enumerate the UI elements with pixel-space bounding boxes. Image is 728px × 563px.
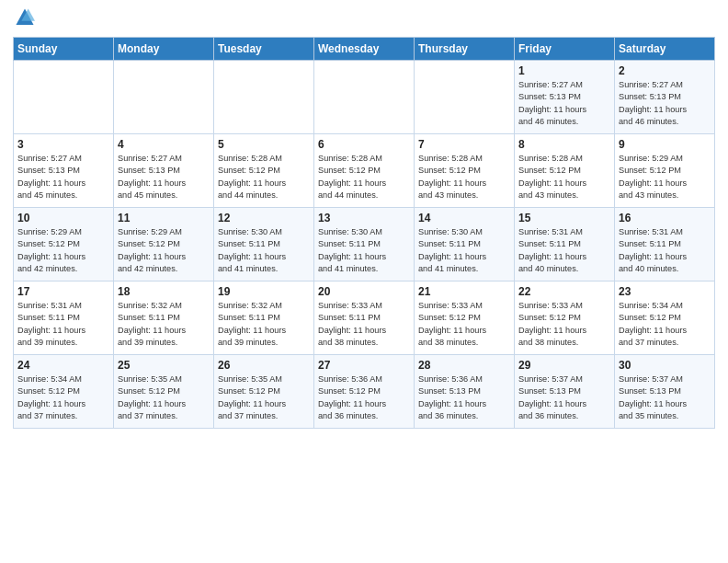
day-number: 5 xyxy=(218,138,310,151)
day-number: 22 xyxy=(518,285,610,298)
day-info: Sunrise: 5:28 AMSunset: 5:12 PMDaylight:… xyxy=(318,153,410,201)
day-info: Sunrise: 5:34 AMSunset: 5:12 PMDaylight:… xyxy=(619,300,711,349)
day-info: Sunrise: 5:27 AMSunset: 5:13 PMDaylight:… xyxy=(619,79,711,128)
day-info: Sunrise: 5:36 AMSunset: 5:12 PMDaylight:… xyxy=(318,373,410,422)
day-number: 13 xyxy=(318,212,410,224)
day-number: 23 xyxy=(619,285,711,298)
day-info: Sunrise: 5:35 AMSunset: 5:12 PMDaylight:… xyxy=(118,373,210,422)
page: SundayMondayTuesdayWednesdayThursdayFrid… xyxy=(0,0,728,438)
calendar-day-header: Friday xyxy=(515,38,615,61)
calendar-cell: 17Sunrise: 5:31 AMSunset: 5:11 PMDayligh… xyxy=(14,282,114,355)
day-number: 30 xyxy=(619,359,711,372)
day-info: Sunrise: 5:27 AMSunset: 5:13 PMDaylight:… xyxy=(17,153,109,201)
day-info: Sunrise: 5:37 AMSunset: 5:13 PMDaylight:… xyxy=(518,373,610,422)
day-info: Sunrise: 5:33 AMSunset: 5:11 PMDaylight:… xyxy=(318,300,410,349)
day-number: 17 xyxy=(17,285,109,298)
calendar-cell: 12Sunrise: 5:30 AMSunset: 5:11 PMDayligh… xyxy=(214,208,314,282)
day-info: Sunrise: 5:29 AMSunset: 5:12 PMDaylight:… xyxy=(619,153,711,201)
day-info: Sunrise: 5:27 AMSunset: 5:13 PMDaylight:… xyxy=(518,79,610,128)
day-number: 3 xyxy=(17,138,109,151)
day-info: Sunrise: 5:37 AMSunset: 5:13 PMDaylight:… xyxy=(619,373,711,422)
calendar-cell: 11Sunrise: 5:29 AMSunset: 5:12 PMDayligh… xyxy=(114,208,214,282)
day-info: Sunrise: 5:30 AMSunset: 5:11 PMDaylight:… xyxy=(418,226,510,275)
day-number: 18 xyxy=(118,285,210,298)
calendar-day-header: Monday xyxy=(114,38,214,61)
day-number: 19 xyxy=(218,285,310,298)
day-number: 29 xyxy=(518,359,610,372)
day-number: 9 xyxy=(619,138,711,151)
day-number: 24 xyxy=(17,359,109,372)
calendar-cell: 14Sunrise: 5:30 AMSunset: 5:11 PMDayligh… xyxy=(415,208,515,282)
day-info: Sunrise: 5:32 AMSunset: 5:11 PMDaylight:… xyxy=(118,300,210,349)
day-info: Sunrise: 5:30 AMSunset: 5:11 PMDaylight:… xyxy=(218,226,310,275)
calendar-week-row: 3Sunrise: 5:27 AMSunset: 5:13 PMDaylight… xyxy=(14,134,715,208)
day-number: 27 xyxy=(318,359,410,372)
day-number: 4 xyxy=(118,138,210,151)
day-number: 8 xyxy=(518,138,610,151)
calendar-week-row: 17Sunrise: 5:31 AMSunset: 5:11 PMDayligh… xyxy=(14,282,715,355)
day-info: Sunrise: 5:33 AMSunset: 5:12 PMDaylight:… xyxy=(518,300,610,349)
day-info: Sunrise: 5:31 AMSunset: 5:11 PMDaylight:… xyxy=(619,226,711,275)
day-number: 26 xyxy=(218,359,310,372)
calendar-cell xyxy=(114,61,214,134)
calendar-cell: 2Sunrise: 5:27 AMSunset: 5:13 PMDaylight… xyxy=(615,61,715,134)
calendar-day-header: Sunday xyxy=(14,38,114,61)
day-number: 21 xyxy=(418,285,510,298)
calendar-cell: 16Sunrise: 5:31 AMSunset: 5:11 PMDayligh… xyxy=(615,208,715,282)
calendar-cell: 13Sunrise: 5:30 AMSunset: 5:11 PMDayligh… xyxy=(314,208,415,282)
day-info: Sunrise: 5:29 AMSunset: 5:12 PMDaylight:… xyxy=(17,226,109,275)
calendar-cell: 22Sunrise: 5:33 AMSunset: 5:12 PMDayligh… xyxy=(515,282,615,355)
calendar-week-row: 24Sunrise: 5:34 AMSunset: 5:12 PMDayligh… xyxy=(14,355,715,429)
day-number: 6 xyxy=(318,138,410,151)
calendar-cell: 18Sunrise: 5:32 AMSunset: 5:11 PMDayligh… xyxy=(114,282,214,355)
day-info: Sunrise: 5:31 AMSunset: 5:11 PMDaylight:… xyxy=(518,226,610,275)
calendar-cell xyxy=(214,61,314,134)
calendar-cell: 30Sunrise: 5:37 AMSunset: 5:13 PMDayligh… xyxy=(615,355,715,429)
logo xyxy=(13,9,35,31)
calendar-cell xyxy=(14,61,114,134)
day-number: 11 xyxy=(118,212,210,224)
calendar-cell: 28Sunrise: 5:36 AMSunset: 5:13 PMDayligh… xyxy=(415,355,515,429)
calendar-cell: 26Sunrise: 5:35 AMSunset: 5:12 PMDayligh… xyxy=(214,355,314,429)
calendar-cell: 24Sunrise: 5:34 AMSunset: 5:12 PMDayligh… xyxy=(14,355,114,429)
calendar-cell: 25Sunrise: 5:35 AMSunset: 5:12 PMDayligh… xyxy=(114,355,214,429)
day-info: Sunrise: 5:36 AMSunset: 5:13 PMDaylight:… xyxy=(418,373,510,422)
day-number: 20 xyxy=(318,285,410,298)
calendar-day-header: Saturday xyxy=(615,38,715,61)
day-number: 10 xyxy=(17,212,109,224)
day-number: 25 xyxy=(118,359,210,372)
day-info: Sunrise: 5:32 AMSunset: 5:11 PMDaylight:… xyxy=(218,300,310,349)
header xyxy=(13,9,715,31)
calendar-cell: 20Sunrise: 5:33 AMSunset: 5:11 PMDayligh… xyxy=(314,282,415,355)
day-number: 16 xyxy=(619,212,711,224)
day-info: Sunrise: 5:31 AMSunset: 5:11 PMDaylight:… xyxy=(17,300,109,349)
calendar-cell: 6Sunrise: 5:28 AMSunset: 5:12 PMDaylight… xyxy=(314,134,415,208)
calendar-day-header: Wednesday xyxy=(314,38,415,61)
calendar-cell: 29Sunrise: 5:37 AMSunset: 5:13 PMDayligh… xyxy=(515,355,615,429)
day-number: 7 xyxy=(418,138,510,151)
day-info: Sunrise: 5:34 AMSunset: 5:12 PMDaylight:… xyxy=(17,373,109,422)
day-info: Sunrise: 5:33 AMSunset: 5:12 PMDaylight:… xyxy=(418,300,510,349)
calendar-cell: 10Sunrise: 5:29 AMSunset: 5:12 PMDayligh… xyxy=(14,208,114,282)
day-info: Sunrise: 5:30 AMSunset: 5:11 PMDaylight:… xyxy=(318,226,410,275)
calendar-cell: 21Sunrise: 5:33 AMSunset: 5:12 PMDayligh… xyxy=(415,282,515,355)
calendar-cell: 5Sunrise: 5:28 AMSunset: 5:12 PMDaylight… xyxy=(214,134,314,208)
calendar-header-row: SundayMondayTuesdayWednesdayThursdayFrid… xyxy=(14,38,715,61)
calendar-day-header: Tuesday xyxy=(214,38,314,61)
calendar-cell: 8Sunrise: 5:28 AMSunset: 5:12 PMDaylight… xyxy=(515,134,615,208)
day-number: 14 xyxy=(418,212,510,224)
day-number: 28 xyxy=(418,359,510,372)
calendar-cell xyxy=(314,61,415,134)
day-number: 12 xyxy=(218,212,310,224)
calendar-cell: 23Sunrise: 5:34 AMSunset: 5:12 PMDayligh… xyxy=(615,282,715,355)
day-info: Sunrise: 5:28 AMSunset: 5:12 PMDaylight:… xyxy=(518,153,610,201)
calendar-day-header: Thursday xyxy=(415,38,515,61)
day-number: 1 xyxy=(518,64,610,77)
calendar-cell: 7Sunrise: 5:28 AMSunset: 5:12 PMDaylight… xyxy=(415,134,515,208)
day-info: Sunrise: 5:28 AMSunset: 5:12 PMDaylight:… xyxy=(418,153,510,201)
calendar-cell: 3Sunrise: 5:27 AMSunset: 5:13 PMDaylight… xyxy=(14,134,114,208)
calendar-cell: 15Sunrise: 5:31 AMSunset: 5:11 PMDayligh… xyxy=(515,208,615,282)
day-info: Sunrise: 5:28 AMSunset: 5:12 PMDaylight:… xyxy=(218,153,310,201)
day-info: Sunrise: 5:27 AMSunset: 5:13 PMDaylight:… xyxy=(118,153,210,201)
calendar: SundayMondayTuesdayWednesdayThursdayFrid… xyxy=(13,37,715,429)
